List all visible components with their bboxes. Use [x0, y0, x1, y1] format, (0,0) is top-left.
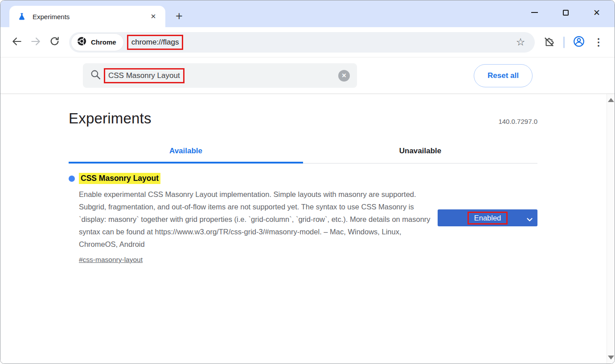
plus-icon: +	[176, 9, 183, 23]
url-text[interactable]: chrome://flags	[128, 36, 182, 49]
star-icon: ☆	[516, 36, 525, 48]
flag-select-dropdown[interactable]: Enabled	[438, 209, 537, 226]
close-icon: ✕	[593, 8, 600, 17]
tab-strip: Experiments ✕ + ✕	[0, 0, 615, 27]
chrome-logo-icon	[77, 36, 87, 48]
toolbar-divider	[563, 37, 565, 48]
flag-permalink-link[interactable]: #css-masonry-layout	[79, 256, 143, 264]
tab-unavailable[interactable]: Unavailable	[303, 142, 537, 164]
search-input-value[interactable]: CSS Masonry Layout	[105, 70, 183, 82]
extensions-disabled-button[interactable]	[539, 33, 559, 52]
back-arrow-icon	[11, 36, 23, 49]
minimize-button[interactable]	[525, 4, 544, 21]
version-label: 140.0.7297.0	[498, 118, 537, 127]
browser-toolbar: Chrome chrome://flags ☆	[0, 27, 615, 57]
browser-window: Experiments ✕ + ✕	[0, 0, 615, 364]
tab-available[interactable]: Available	[69, 142, 303, 164]
annotation-box-select: Enabled	[467, 212, 508, 225]
flag-description: Enable experimental CSS Masonry Layout i…	[79, 188, 435, 250]
content-inner: Experiments 140.0.7297.0 Available Unava…	[69, 110, 537, 264]
scroll-up-icon[interactable]	[608, 98, 614, 102]
close-tab-button[interactable]: ✕	[148, 11, 159, 22]
flags-content: Experiments 140.0.7297.0 Available Unava…	[0, 94, 615, 364]
flag-control: Enabled	[438, 209, 537, 226]
maximize-button[interactable]	[556, 4, 575, 21]
profile-button[interactable]	[569, 33, 589, 52]
scroll-down-icon[interactable]	[608, 356, 614, 360]
bookmark-button[interactable]: ☆	[512, 34, 529, 50]
extensions-disabled-icon	[543, 36, 555, 49]
tab-title: Experiments	[33, 13, 148, 20]
reload-icon	[49, 36, 60, 49]
flag-main: CSS Masonry Layout Enable experimental C…	[69, 173, 430, 264]
heading-row: Experiments 140.0.7297.0	[69, 110, 537, 127]
minimize-icon	[531, 12, 538, 13]
flag-row-css-masonry: CSS Masonry Layout Enable experimental C…	[69, 173, 537, 264]
close-window-button[interactable]: ✕	[587, 4, 607, 21]
page-title: Experiments	[69, 110, 152, 127]
chevron-down-icon	[527, 216, 533, 224]
chrome-chip[interactable]: Chrome	[71, 34, 123, 51]
reset-all-button[interactable]: Reset all	[474, 64, 533, 87]
select-value: Enabled	[469, 213, 507, 223]
browser-tab-experiments[interactable]: Experiments ✕	[9, 6, 165, 27]
maximize-icon	[563, 10, 569, 16]
kebab-menu-icon: ⋮	[594, 37, 603, 48]
back-button[interactable]	[8, 33, 26, 52]
search-box[interactable]: CSS Masonry Layout ✕	[83, 63, 357, 88]
flags-search-header: CSS Masonry Layout ✕ Reset all	[0, 57, 615, 94]
clear-search-button[interactable]: ✕	[338, 70, 350, 82]
chip-label: Chrome	[91, 38, 116, 46]
flag-bullet-icon	[69, 176, 75, 182]
menu-button[interactable]: ⋮	[589, 33, 608, 52]
forward-arrow-icon	[30, 36, 41, 49]
account-circle-icon	[573, 35, 585, 49]
reload-button[interactable]	[45, 33, 64, 52]
flags-tabs: Available Unavailable	[69, 142, 537, 164]
flask-icon	[17, 12, 26, 21]
magnifier-icon	[90, 69, 101, 82]
annotation-box-url: chrome://flags	[127, 35, 184, 50]
flag-title-line: CSS Masonry Layout	[69, 173, 430, 184]
flag-title: CSS Masonry Layout	[79, 173, 160, 184]
forward-button[interactable]	[26, 33, 45, 52]
annotation-box-search: CSS Masonry Layout	[104, 68, 184, 83]
close-icon: ✕	[151, 12, 156, 20]
clear-icon: ✕	[342, 72, 347, 79]
scrollbar[interactable]	[607, 94, 615, 364]
new-tab-button[interactable]: +	[172, 8, 187, 24]
omnibox[interactable]: Chrome chrome://flags ☆	[69, 32, 535, 53]
window-controls: ✕	[525, 0, 607, 25]
